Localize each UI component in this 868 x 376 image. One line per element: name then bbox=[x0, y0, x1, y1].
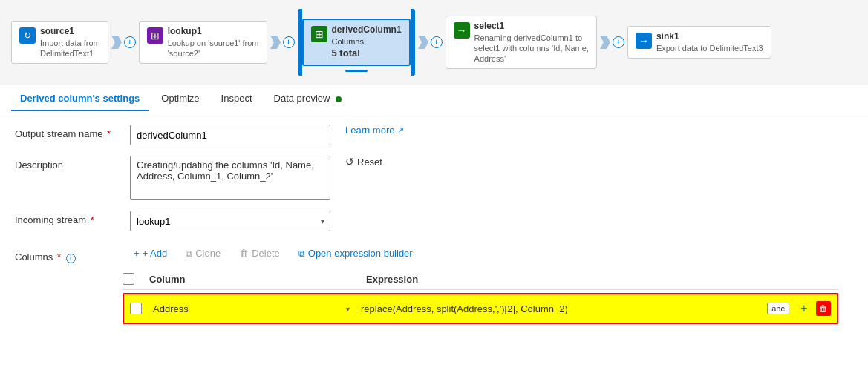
source1-icon: ↻ bbox=[19, 27, 36, 44]
output-stream-label: Output stream name * bbox=[15, 125, 123, 139]
tab-settings[interactable]: Derived column's settings bbox=[11, 87, 149, 111]
columns-header-row: Column Expression bbox=[123, 273, 838, 290]
clone-button[interactable]: ⧉ Clone bbox=[182, 245, 224, 261]
derivedColumn1-title: derivedColumn1 bbox=[332, 24, 402, 35]
plus-btn-2[interactable]: + bbox=[283, 36, 295, 48]
side-actions-2: ↺ Reset bbox=[345, 156, 382, 168]
add-icon: + bbox=[134, 248, 140, 259]
node-select1[interactable]: → select1 Renaming derivedColumn1 tosele… bbox=[446, 16, 597, 70]
row-checkbox[interactable] bbox=[130, 303, 142, 314]
arrow-icon-3 bbox=[418, 36, 428, 49]
source1-subtitle: Import data fromDelimitedText1 bbox=[40, 38, 100, 59]
column-header: Column bbox=[143, 274, 359, 285]
svg-marker-1 bbox=[270, 36, 281, 49]
table-row: ▾ abc + 🗑 bbox=[123, 293, 838, 324]
clone-icon: ⧉ bbox=[186, 248, 192, 259]
sink1-subtitle: Export data to DelimitedText3 bbox=[656, 43, 763, 53]
data-preview-dot bbox=[336, 96, 342, 102]
active-bar-right bbox=[411, 9, 415, 76]
node-box-lookup1[interactable]: ⊞ lookup1 Lookup on 'source1' from'sourc… bbox=[139, 21, 267, 65]
row-type-badge: abc bbox=[767, 303, 789, 314]
source1-text: source1 Import data fromDelimitedText1 bbox=[40, 26, 100, 59]
arrow-icon-2 bbox=[270, 36, 281, 49]
active-tab-indicator bbox=[345, 70, 368, 72]
sink1-text: sink1 Export data to DelimitedText3 bbox=[656, 31, 763, 53]
row-add-button[interactable]: + bbox=[797, 301, 812, 316]
select1-icon: → bbox=[454, 22, 470, 39]
incoming-stream-select[interactable]: lookup1 source1 bbox=[130, 211, 330, 231]
header-checkbox-placeholder bbox=[123, 273, 136, 285]
tabs-bar: Derived column's settings Optimize Inspe… bbox=[0, 85, 868, 113]
node-box-select1[interactable]: → select1 Renaming derivedColumn1 tosele… bbox=[446, 16, 597, 70]
settings-panel: Output stream name * Learn more ↗ Descri… bbox=[0, 113, 868, 335]
columns-toolbar-row: Columns * i + + Add ⧉ Clone 🗑 Delete ⧉ O… bbox=[15, 242, 853, 268]
description-textarea[interactable]: Creating/updating the columns 'Id, Name,… bbox=[130, 156, 330, 200]
plus-btn-1[interactable]: + bbox=[124, 36, 136, 48]
pipeline-canvas: ↻ source1 Import data fromDelimitedText1… bbox=[0, 0, 868, 85]
lookup1-icon: ⊞ bbox=[147, 27, 163, 44]
output-stream-row: Output stream name * Learn more ↗ bbox=[15, 125, 853, 145]
node-box-sink1[interactable]: → sink1 Export data to DelimitedText3 bbox=[627, 26, 771, 59]
derivedColumn1-subtitle: Columns:5 total bbox=[332, 36, 402, 59]
derivedColumn1-text: derivedColumn1 Columns:5 total bbox=[332, 24, 402, 59]
side-actions: Learn more ↗ bbox=[345, 125, 404, 136]
node-sink1[interactable]: → sink1 Export data to DelimitedText3 bbox=[627, 26, 771, 59]
arrow-3: + bbox=[418, 36, 443, 49]
lookup1-text: lookup1 Lookup on 'source1' from'source2… bbox=[168, 26, 259, 59]
arrow-icon-1 bbox=[111, 36, 122, 49]
row-expression-input[interactable] bbox=[357, 299, 757, 318]
columns-info-icon[interactable]: i bbox=[66, 254, 76, 263]
lookup1-subtitle: Lookup on 'source1' from'source2' bbox=[168, 38, 259, 59]
node-lookup1[interactable]: ⊞ lookup1 Lookup on 'source1' from'sourc… bbox=[139, 21, 267, 65]
incoming-stream-row: Incoming stream * lookup1 source1 ▾ bbox=[15, 211, 853, 231]
node-derivedColumn1[interactable]: ⊞ derivedColumn1 Columns:5 total bbox=[302, 19, 411, 65]
columns-toolbar: + + Add ⧉ Clone 🗑 Delete ⧉ Open expressi… bbox=[130, 242, 417, 268]
tab-inspect[interactable]: Inspect bbox=[212, 87, 261, 111]
row-delete-button[interactable]: 🗑 bbox=[816, 301, 831, 316]
columns-label: Columns * i bbox=[15, 248, 123, 263]
row-actions: + 🗑 bbox=[797, 301, 831, 316]
select1-text: select1 Renaming derivedColumn1 toselect… bbox=[474, 21, 589, 65]
expression-header: Expression bbox=[366, 274, 838, 285]
output-stream-input[interactable] bbox=[130, 125, 330, 145]
select1-subtitle: Renaming derivedColumn1 toselect1 with c… bbox=[474, 33, 589, 65]
description-row: Description Creating/updating the column… bbox=[15, 156, 853, 200]
node-box-derivedColumn1[interactable]: ⊞ derivedColumn1 Columns:5 total bbox=[302, 19, 411, 65]
arrow-4: + bbox=[600, 36, 624, 49]
svg-marker-3 bbox=[600, 36, 610, 49]
delete-column-button[interactable]: 🗑 Delete bbox=[235, 245, 284, 261]
columns-section: Column Expression ▾ abc + 🗑 bbox=[15, 273, 853, 324]
row-column-name-input[interactable] bbox=[149, 299, 342, 318]
sink1-title: sink1 bbox=[656, 31, 763, 42]
tab-data-preview[interactable]: Data preview bbox=[265, 87, 351, 111]
incoming-stream-select-wrap: lookup1 source1 ▾ bbox=[130, 211, 330, 231]
external-link-icon: ↗ bbox=[397, 125, 404, 135]
add-column-button[interactable]: + + Add bbox=[130, 245, 171, 261]
expression-icon: ⧉ bbox=[298, 248, 305, 259]
plus-btn-3[interactable]: + bbox=[431, 36, 443, 48]
arrow-1: + bbox=[111, 36, 136, 49]
expression-builder-button[interactable]: ⧉ Open expression builder bbox=[295, 245, 417, 261]
row-column-name: ▾ bbox=[149, 299, 350, 318]
columns-count: 5 total bbox=[332, 47, 360, 59]
tab-optimize[interactable]: Optimize bbox=[152, 87, 208, 111]
learn-more-link[interactable]: Learn more ↗ bbox=[345, 125, 404, 136]
source1-title: source1 bbox=[40, 26, 100, 36]
trash-icon: 🗑 bbox=[239, 248, 249, 259]
incoming-stream-label: Incoming stream * bbox=[15, 211, 123, 225]
select1-title: select1 bbox=[474, 21, 589, 31]
description-label: Description bbox=[15, 156, 123, 171]
select-all-checkbox[interactable] bbox=[123, 273, 134, 285]
svg-marker-2 bbox=[418, 36, 428, 49]
reset-button[interactable]: ↺ Reset bbox=[345, 156, 382, 168]
lookup1-title: lookup1 bbox=[168, 26, 259, 36]
plus-btn-4[interactable]: + bbox=[613, 36, 624, 48]
arrow-icon-4 bbox=[600, 36, 610, 49]
node-box-source1[interactable]: ↻ source1 Import data fromDelimitedText1 bbox=[11, 21, 108, 65]
node-source1[interactable]: ↻ source1 Import data fromDelimitedText1 bbox=[11, 21, 108, 65]
svg-marker-0 bbox=[111, 36, 122, 49]
column-chevron-icon[interactable]: ▾ bbox=[346, 305, 350, 313]
derivedColumn1-icon: ⊞ bbox=[311, 26, 327, 42]
reset-icon: ↺ bbox=[345, 156, 354, 168]
arrow-2: + bbox=[270, 36, 295, 49]
